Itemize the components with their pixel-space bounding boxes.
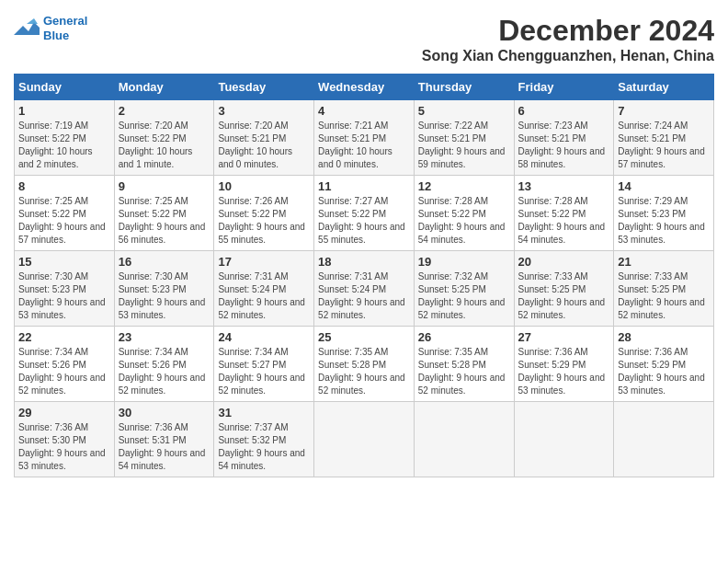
day-number: 21	[618, 255, 710, 269]
calendar-cell	[514, 402, 614, 477]
calendar-cell: 3Sunrise: 7:20 AMSunset: 5:21 PMDaylight…	[214, 100, 314, 176]
day-detail: Sunrise: 7:31 AMSunset: 5:24 PMDaylight:…	[318, 270, 410, 322]
weekday-header: Tuesday	[214, 75, 314, 100]
day-number: 22	[18, 330, 110, 344]
day-detail: Sunrise: 7:28 AMSunset: 5:22 PMDaylight:…	[518, 195, 610, 247]
day-detail: Sunrise: 7:36 AMSunset: 5:31 PMDaylight:…	[119, 421, 210, 473]
day-detail: Sunrise: 7:36 AMSunset: 5:29 PMDaylight:…	[618, 346, 710, 397]
day-number: 10	[218, 179, 310, 193]
calendar-cell: 30Sunrise: 7:36 AMSunset: 5:31 PMDayligh…	[114, 402, 214, 477]
calendar-cell: 2Sunrise: 7:20 AMSunset: 5:22 PMDaylight…	[114, 100, 214, 176]
calendar-cell: 6Sunrise: 7:23 AMSunset: 5:21 PMDaylight…	[514, 100, 614, 176]
day-detail: Sunrise: 7:30 AMSunset: 5:23 PMDaylight:…	[18, 270, 110, 322]
day-detail: Sunrise: 7:32 AMSunset: 5:25 PMDaylight:…	[418, 270, 510, 322]
calendar-cell: 18Sunrise: 7:31 AMSunset: 5:24 PMDayligh…	[314, 251, 415, 327]
logo-icon	[14, 18, 40, 39]
calendar-cell: 22Sunrise: 7:34 AMSunset: 5:26 PMDayligh…	[15, 327, 115, 402]
day-number: 4	[318, 104, 410, 118]
calendar-cell: 14Sunrise: 7:29 AMSunset: 5:23 PMDayligh…	[614, 176, 714, 251]
calendar-title: December 2024	[422, 14, 714, 48]
day-detail: Sunrise: 7:25 AMSunset: 5:22 PMDaylight:…	[119, 195, 210, 247]
day-number: 11	[318, 179, 410, 193]
day-number: 24	[218, 330, 310, 344]
day-detail: Sunrise: 7:27 AMSunset: 5:22 PMDaylight:…	[318, 195, 410, 247]
day-number: 15	[18, 255, 110, 269]
calendar-week-row: 22Sunrise: 7:34 AMSunset: 5:26 PMDayligh…	[15, 327, 714, 402]
day-detail: Sunrise: 7:34 AMSunset: 5:27 PMDaylight:…	[218, 346, 310, 397]
day-number: 31	[218, 406, 310, 419]
day-number: 8	[18, 179, 110, 193]
header: General Blue December 2024 Song Xian Che…	[14, 14, 714, 64]
calendar-cell: 7Sunrise: 7:24 AMSunset: 5:21 PMDaylight…	[614, 100, 714, 176]
calendar-cell	[314, 402, 415, 477]
day-number: 27	[518, 330, 610, 344]
day-detail: Sunrise: 7:31 AMSunset: 5:24 PMDaylight:…	[218, 270, 310, 322]
calendar-header: SundayMondayTuesdayWednesdayThursdayFrid…	[15, 75, 714, 100]
calendar-cell: 16Sunrise: 7:30 AMSunset: 5:23 PMDayligh…	[114, 251, 214, 327]
weekday-header: Wednesday	[314, 75, 415, 100]
calendar-week-row: 8Sunrise: 7:25 AMSunset: 5:22 PMDaylight…	[15, 176, 714, 251]
day-detail: Sunrise: 7:36 AMSunset: 5:30 PMDaylight:…	[18, 421, 110, 473]
day-number: 7	[618, 104, 710, 118]
day-detail: Sunrise: 7:23 AMSunset: 5:21 PMDaylight:…	[518, 120, 610, 171]
title-section: December 2024 Song Xian Chengguanzhen, H…	[422, 14, 714, 64]
calendar-cell: 4Sunrise: 7:21 AMSunset: 5:21 PMDaylight…	[314, 100, 415, 176]
calendar-cell: 23Sunrise: 7:34 AMSunset: 5:26 PMDayligh…	[114, 327, 214, 402]
calendar-cell: 11Sunrise: 7:27 AMSunset: 5:22 PMDayligh…	[314, 176, 415, 251]
calendar-cell: 5Sunrise: 7:22 AMSunset: 5:21 PMDaylight…	[414, 100, 514, 176]
logo-text: General Blue	[43, 14, 87, 42]
calendar-week-row: 1Sunrise: 7:19 AMSunset: 5:22 PMDaylight…	[15, 100, 714, 176]
calendar-table: SundayMondayTuesdayWednesdayThursdayFrid…	[14, 74, 714, 477]
day-number: 2	[119, 104, 210, 118]
day-number: 16	[119, 255, 210, 269]
day-detail: Sunrise: 7:26 AMSunset: 5:22 PMDaylight:…	[218, 195, 310, 247]
day-number: 12	[418, 179, 510, 193]
day-number: 9	[119, 179, 210, 193]
weekday-header-row: SundayMondayTuesdayWednesdayThursdayFrid…	[15, 75, 714, 100]
day-detail: Sunrise: 7:30 AMSunset: 5:23 PMDaylight:…	[119, 270, 210, 322]
day-detail: Sunrise: 7:34 AMSunset: 5:26 PMDaylight:…	[18, 346, 110, 397]
calendar-cell	[414, 402, 514, 477]
day-detail: Sunrise: 7:33 AMSunset: 5:25 PMDaylight:…	[518, 270, 610, 322]
weekday-header: Monday	[114, 75, 214, 100]
day-detail: Sunrise: 7:24 AMSunset: 5:21 PMDaylight:…	[618, 120, 710, 171]
day-number: 3	[218, 104, 310, 118]
day-detail: Sunrise: 7:35 AMSunset: 5:28 PMDaylight:…	[318, 346, 410, 397]
calendar-cell: 19Sunrise: 7:32 AMSunset: 5:25 PMDayligh…	[414, 251, 514, 327]
calendar-cell: 8Sunrise: 7:25 AMSunset: 5:22 PMDaylight…	[15, 176, 115, 251]
calendar-cell: 24Sunrise: 7:34 AMSunset: 5:27 PMDayligh…	[214, 327, 314, 402]
calendar-cell	[614, 402, 714, 477]
day-detail: Sunrise: 7:35 AMSunset: 5:28 PMDaylight:…	[418, 346, 510, 397]
weekday-header: Sunday	[15, 75, 115, 100]
calendar-subtitle: Song Xian Chengguanzhen, Henan, China	[422, 48, 714, 64]
day-number: 13	[518, 179, 610, 193]
calendar-cell: 13Sunrise: 7:28 AMSunset: 5:22 PMDayligh…	[514, 176, 614, 251]
day-detail: Sunrise: 7:37 AMSunset: 5:32 PMDaylight:…	[218, 421, 310, 473]
day-number: 17	[218, 255, 310, 269]
calendar-cell: 12Sunrise: 7:28 AMSunset: 5:22 PMDayligh…	[414, 176, 514, 251]
calendar-cell: 9Sunrise: 7:25 AMSunset: 5:22 PMDaylight…	[114, 176, 214, 251]
calendar-cell: 1Sunrise: 7:19 AMSunset: 5:22 PMDaylight…	[15, 100, 115, 176]
svg-marker-0	[14, 22, 40, 35]
day-number: 6	[518, 104, 610, 118]
calendar-week-row: 15Sunrise: 7:30 AMSunset: 5:23 PMDayligh…	[15, 251, 714, 327]
day-number: 23	[119, 330, 210, 344]
day-detail: Sunrise: 7:36 AMSunset: 5:29 PMDaylight:…	[518, 346, 610, 397]
day-detail: Sunrise: 7:20 AMSunset: 5:22 PMDaylight:…	[119, 120, 210, 171]
day-number: 28	[618, 330, 710, 344]
calendar-cell: 27Sunrise: 7:36 AMSunset: 5:29 PMDayligh…	[514, 327, 614, 402]
day-detail: Sunrise: 7:33 AMSunset: 5:25 PMDaylight:…	[618, 270, 710, 322]
calendar-cell: 21Sunrise: 7:33 AMSunset: 5:25 PMDayligh…	[614, 251, 714, 327]
svg-marker-1	[27, 18, 38, 24]
day-detail: Sunrise: 7:19 AMSunset: 5:22 PMDaylight:…	[18, 120, 110, 171]
logo: General Blue	[14, 14, 87, 42]
day-number: 5	[418, 104, 510, 118]
day-detail: Sunrise: 7:29 AMSunset: 5:23 PMDaylight:…	[618, 195, 710, 247]
calendar-cell: 15Sunrise: 7:30 AMSunset: 5:23 PMDayligh…	[15, 251, 115, 327]
calendar-cell: 29Sunrise: 7:36 AMSunset: 5:30 PMDayligh…	[15, 402, 115, 477]
calendar-cell: 31Sunrise: 7:37 AMSunset: 5:32 PMDayligh…	[214, 402, 314, 477]
day-detail: Sunrise: 7:22 AMSunset: 5:21 PMDaylight:…	[418, 120, 510, 171]
calendar-week-row: 29Sunrise: 7:36 AMSunset: 5:30 PMDayligh…	[15, 402, 714, 477]
day-number: 30	[119, 406, 210, 419]
calendar-cell: 10Sunrise: 7:26 AMSunset: 5:22 PMDayligh…	[214, 176, 314, 251]
